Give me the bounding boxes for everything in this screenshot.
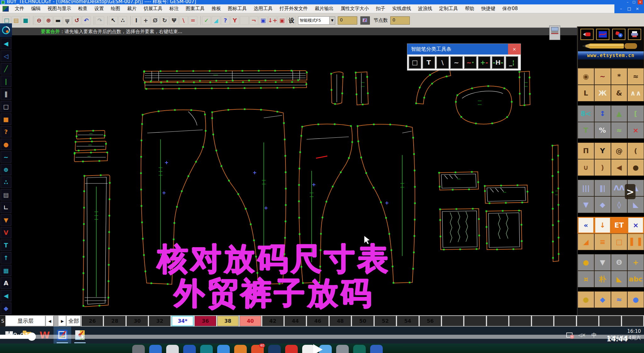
menu-item[interactable]: 属性文字大小 <box>337 5 372 13</box>
add-point-icon[interactable]: + <box>141 16 150 25</box>
menu-item[interactable]: 切展工具 <box>140 5 166 13</box>
size-cell-34*[interactable]: 34* <box>172 316 194 326</box>
dock-app-8[interactable]: 40 <box>251 345 264 353</box>
stitch-bug-icon[interactable]: * <box>611 68 628 85</box>
dock-app-1[interactable] <box>132 345 145 353</box>
printer-icon[interactable] <box>628 29 641 40</box>
dye-pot-icon[interactable]: ● <box>578 254 594 271</box>
sp-corner-tool[interactable]: _¦ <box>506 56 518 69</box>
menu-item[interactable]: 视图与显示 <box>44 5 75 13</box>
sp-curve-adjust-tool[interactable]: ~· <box>464 56 477 69</box>
layer-display-button[interactable]: 显示层 <box>5 315 46 327</box>
check-icon[interactable]: ✓ <box>202 16 211 25</box>
dock-app-4[interactable] <box>183 345 196 353</box>
mdi-restore-button[interactable]: □ <box>625 6 633 11</box>
corner-arrow-icon[interactable]: ¬ <box>249 16 258 25</box>
dice-tool-icon[interactable] <box>612 29 625 40</box>
size-cell-54[interactable]: 54 <box>397 316 418 326</box>
size-cell-44[interactable]: 44 <box>285 316 306 326</box>
flag-tool-button[interactable] <box>360 16 370 25</box>
text-tool[interactable]: A <box>1 277 11 289</box>
rect-tool[interactable]: □ <box>1 101 11 112</box>
pocket-bag[interactable] <box>456 86 512 124</box>
maximize-button[interactable]: □ <box>631 0 636 4</box>
double-line-icon[interactable]: = <box>189 16 197 25</box>
full-screen-icon[interactable]: ▬ <box>54 16 62 25</box>
blue-curve-icon[interactable]: ? <box>221 16 230 25</box>
export-hand-icon[interactable]: « <box>578 217 594 234</box>
drop-icon[interactable]: ◆ <box>594 291 611 308</box>
menu-item[interactable]: 检查 <box>75 5 91 13</box>
redo-icon[interactable]: ↷ <box>95 16 104 25</box>
dock-app-7[interactable] <box>234 345 247 353</box>
pleat-lines-icon[interactable]: ||| <box>578 180 594 196</box>
pant-piece-icon[interactable]: ) <box>594 159 611 176</box>
dock-app-3[interactable] <box>166 345 179 353</box>
size-cell-36[interactable]: 36 <box>195 316 216 326</box>
undo-icon[interactable]: ↶ <box>82 16 91 25</box>
pu-char-icon[interactable]: 朴 <box>594 271 611 287</box>
palette-logo-icon[interactable] <box>0 23 12 37</box>
dock-app-5[interactable] <box>200 345 213 353</box>
flag-box-icon[interactable]: ▣ <box>259 16 268 25</box>
next-size-button[interactable]: ▶ <box>58 315 66 327</box>
zoom-in-icon[interactable]: ⊕ <box>44 16 53 25</box>
menu-item[interactable]: 绘图 <box>107 5 124 13</box>
dock-app-15[interactable] <box>370 345 383 353</box>
seam-rider-icon[interactable]: & <box>611 85 628 101</box>
oval-seam-icon[interactable]: Θ <box>611 254 628 271</box>
size-cell-empty[interactable] <box>532 316 553 326</box>
smart-pen-title-bar[interactable]: 智能笔分类工具条 × <box>407 44 521 55</box>
color-grid-icon[interactable] <box>240 16 249 25</box>
et-export-icon[interactable]: ET <box>611 217 628 234</box>
menu-item[interactable]: 扣子 <box>372 5 389 13</box>
blob-piece-icon[interactable]: ● <box>627 291 644 308</box>
small-tall-rect[interactable] <box>519 71 530 106</box>
menu-item[interactable]: 图标工具 <box>224 5 250 13</box>
select-cursor-icon[interactable]: ↖ <box>109 16 118 25</box>
cancel-plot-icon[interactable]: × <box>627 217 644 234</box>
node-count-input[interactable]: 0 <box>390 16 410 25</box>
diamond-tool[interactable]: ◆ <box>1 303 11 314</box>
sewing-machine-icon[interactable]: Π <box>578 142 594 159</box>
size-cell-empty[interactable] <box>599 316 621 326</box>
arrow-piece-icon[interactable]: ◀ <box>611 159 628 176</box>
small-strip-c[interactable] <box>74 152 108 162</box>
waistband-strip-2[interactable] <box>145 82 307 89</box>
menu-item[interactable]: 波浪线 <box>415 5 436 13</box>
marker-pen-icon[interactable] <box>580 29 594 40</box>
web-tool[interactable]: ⊕ <box>1 164 11 175</box>
menu-item[interactable]: 裁片输出 <box>311 5 337 13</box>
chevron-down-icon[interactable]: ▼ <box>329 17 335 24</box>
size-cell-empty[interactable] <box>509 316 531 326</box>
mdi-close-button[interactable]: × <box>633 6 641 11</box>
close-button[interactable]: × <box>638 0 643 4</box>
smart-pen-close-button[interactable]: × <box>508 44 521 55</box>
size-cell-56[interactable]: 56 <box>420 316 441 326</box>
hammer-tool-icon[interactable]: T <box>578 122 594 139</box>
mini-layout-panel[interactable] <box>549 26 560 40</box>
curved-yoke[interactable] <box>416 68 451 104</box>
plot-out-icon[interactable]: ↓ <box>594 217 611 234</box>
prev-size-button[interactable]: ◀ <box>46 315 54 327</box>
wavy-line-icon[interactable]: ≈ <box>627 68 644 85</box>
size-cell-38[interactable]: 38 <box>217 316 239 326</box>
hatch-block-icon[interactable]: ≡ <box>594 234 611 250</box>
size-cell-42[interactable]: 42 <box>262 316 284 326</box>
menu-item[interactable]: 图案工具 <box>182 5 208 13</box>
panel-press-icon[interactable]: ▼ <box>594 254 611 271</box>
fill-rect-tool[interactable]: ■ <box>1 113 11 125</box>
she-icon[interactable]: 设 <box>287 16 296 25</box>
prev-arrow-tool[interactable]: ◁ <box>1 50 11 62</box>
menu-item[interactable]: 选用工具 <box>250 5 276 13</box>
menu-item[interactable]: 标注 <box>166 5 182 13</box>
iron-icon[interactable]: ◣ <box>611 271 628 287</box>
funnel-tool[interactable]: ▼ <box>1 214 11 226</box>
box-dart-icon[interactable]: ◆ <box>594 196 611 213</box>
dock-app-9[interactable] <box>268 345 281 353</box>
menu-item[interactable]: 裁片 <box>124 5 140 13</box>
menu-item[interactable]: 快捷键 <box>478 5 499 13</box>
bucket-icon[interactable]: ∪ <box>578 159 594 176</box>
dock-app-10[interactable] <box>285 345 298 353</box>
plug-funnel-icon[interactable]: Y <box>594 142 611 159</box>
